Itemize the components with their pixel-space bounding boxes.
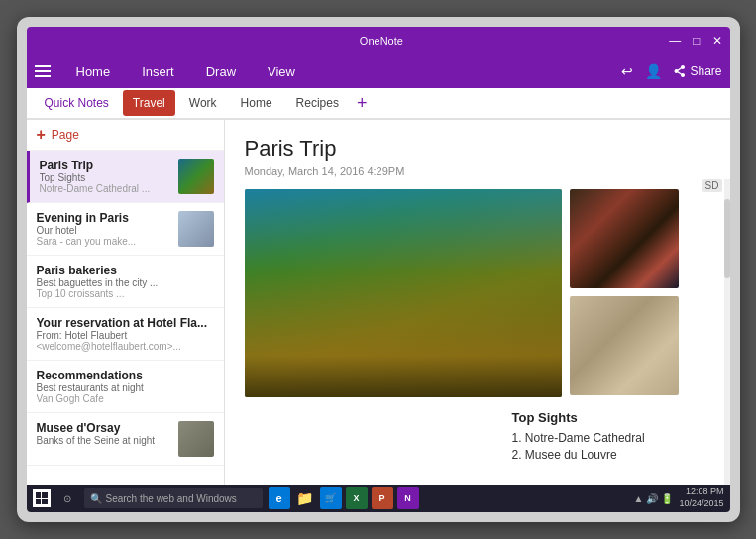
list-item[interactable]: Musee d'Orsay Banks of the Seine at nigh… [27, 413, 224, 466]
page-title: Evening in Paris [37, 211, 172, 225]
windows-logo [36, 492, 48, 504]
list-item[interactable]: Paris bakeries Best baguettes in the cit… [27, 256, 224, 308]
store-app[interactable]: 🛒 [320, 487, 342, 509]
system-tray: ▲ 🔊 🔋 12:08 PM 10/24/2015 [634, 486, 724, 509]
explorer-app[interactable]: 📁 [294, 487, 316, 509]
sidebar: + Page Paris Trip Top Sights Notre-Dame … [27, 120, 225, 485]
sd-badge: SD [702, 179, 722, 192]
plus-icon: + [37, 126, 46, 144]
minimize-button[interactable]: — [669, 34, 681, 48]
window-controls: — □ ✕ [669, 34, 721, 48]
undo-button[interactable]: ↩ [621, 63, 633, 79]
edge-app[interactable]: e [269, 487, 290, 509]
taskbar-search[interactable]: 🔍 Search the web and Windows [84, 488, 263, 508]
page-info: Musee d'Orsay Banks of the Seine at nigh… [37, 421, 172, 446]
taskbar: ⊙ 🔍 Search the web and Windows e 📁 🛒 X P… [27, 485, 730, 512]
list-item[interactable]: Evening in Paris Our hotel Sara - can yo… [27, 203, 224, 256]
note-title: Paris Trip [245, 136, 710, 162]
list-item[interactable]: Paris Trip Top Sights Notre-Dame Cathedr… [27, 151, 224, 203]
page-info: Recommendations Best restaurants at nigh… [37, 369, 214, 404]
top-sights-title: Top Sights [512, 410, 710, 425]
tab-quick-notes[interactable]: Quick Notes [35, 90, 119, 116]
maximize-button[interactable]: □ [693, 34, 700, 48]
add-page-button[interactable]: + Page [27, 120, 224, 151]
tab-recipes[interactable]: Recipes [286, 90, 349, 116]
content-pane: Paris Trip Monday, March 14, 2016 4:29PM… [225, 120, 730, 485]
page-list: Paris Trip Top Sights Notre-Dame Cathedr… [27, 151, 224, 485]
add-page-label: Page [52, 128, 79, 142]
battery-icon: 🔋 [661, 493, 673, 504]
tab-home[interactable]: Home [231, 90, 282, 116]
page-subtitle: Best baguettes in the city ... [37, 277, 214, 288]
share-icon [674, 65, 686, 77]
side-photo-bottom [570, 296, 679, 395]
excel-app[interactable]: X [346, 487, 368, 509]
scroll-thumb [724, 199, 730, 278]
system-clock: 12:08 PM 10/24/2015 [679, 486, 723, 509]
add-notebook-button[interactable]: + [353, 93, 372, 114]
screen: OneNote — □ ✕ Home Insert Draw View [27, 27, 730, 512]
menu-view[interactable]: View [262, 60, 301, 83]
page-title: Paris Trip [40, 159, 172, 172]
app-title: OneNote [94, 35, 670, 47]
menu-bar: Home Insert Draw View ↩ 👤 Share [27, 54, 730, 88]
notebook-tabs: Quick Notes Travel Work Home Recipes + [27, 88, 730, 120]
page-title: Musee d'Orsay [37, 421, 172, 435]
menu-draw[interactable]: Draw [200, 60, 242, 83]
page-info: Paris Trip Top Sights Notre-Dame Cathedr… [40, 159, 172, 194]
device-frame: OneNote — □ ✕ Home Insert Draw View [17, 17, 740, 522]
search-text: Search the web and Windows [106, 493, 237, 504]
page-title: Recommendations [37, 369, 214, 382]
menu-bar-right: ↩ 👤 Share [621, 63, 721, 79]
page-subtitle: Our hotel [37, 225, 172, 236]
menu-bar-left: Home Insert Draw View [35, 60, 302, 83]
side-photo-top [570, 189, 679, 288]
page-thumbnail [178, 421, 214, 457]
page-subtitle2: Van Gogh Cafe [37, 393, 214, 404]
menu-home[interactable]: Home [70, 60, 117, 83]
network-icon: ▲ [634, 493, 644, 504]
page-thumbnail [178, 211, 214, 247]
top-sights-list: Notre-Dame Cathedral Musee du Louvre [512, 431, 710, 462]
main-photo [245, 189, 562, 397]
main-area: + Page Paris Trip Top Sights Notre-Dame … [27, 120, 730, 485]
start-button[interactable] [33, 489, 51, 507]
volume-icon: 🔊 [646, 493, 658, 504]
tab-work[interactable]: Work [179, 90, 227, 116]
share-button[interactable]: Share [674, 64, 721, 78]
tab-travel[interactable]: Travel [123, 90, 175, 116]
menu-insert[interactable]: Insert [136, 60, 180, 83]
list-item: Musee du Louvre [512, 448, 710, 462]
close-button[interactable]: ✕ [712, 34, 722, 48]
page-subtitle: From: Hotel Flaubert [37, 330, 214, 341]
page-subtitle: Banks of the Seine at night [37, 435, 172, 446]
page-subtitle: Top Sights [40, 172, 172, 183]
page-subtitle2: <welcome@hotelflaubert.com>... [37, 341, 214, 352]
page-info: Paris bakeries Best baguettes in the cit… [37, 264, 214, 299]
hamburger-menu[interactable] [35, 65, 51, 77]
page-thumbnail [178, 159, 214, 194]
taskbar-apps: e 📁 🛒 X P N [269, 487, 628, 509]
page-subtitle: Best restaurants at night [37, 382, 214, 393]
user-icon[interactable]: 👤 [645, 63, 662, 79]
top-sights-panel: Top Sights Notre-Dame Cathedral Musee du… [512, 410, 710, 465]
list-item[interactable]: Recommendations Best restaurants at nigh… [27, 361, 224, 413]
page-title: Paris bakeries [37, 264, 214, 277]
systray-icons: ▲ 🔊 🔋 [634, 493, 674, 504]
search-icon: 🔍 [90, 493, 102, 504]
onenote-app[interactable]: N [397, 487, 419, 509]
scroll-bar[interactable] [724, 179, 730, 485]
page-title: Your reservation at Hotel Fla... [37, 316, 214, 330]
page-subtitle2: Sara - can you make... [37, 236, 172, 247]
title-bar: OneNote — □ ✕ [27, 27, 730, 54]
powerpoint-app[interactable]: P [372, 487, 393, 509]
page-info: Evening in Paris Our hotel Sara - can yo… [37, 211, 172, 247]
list-item: Notre-Dame Cathedral [512, 431, 710, 445]
cortana-button[interactable]: ⊙ [56, 487, 78, 509]
page-subtitle2: Top 10 croissants ... [37, 288, 214, 299]
page-info: Your reservation at Hotel Fla... From: H… [37, 316, 214, 352]
list-item[interactable]: Your reservation at Hotel Fla... From: H… [27, 308, 224, 361]
note-date: Monday, March 14, 2016 4:29PM [245, 165, 710, 177]
page-subtitle2: Notre-Dame Cathedral ... [40, 183, 172, 194]
